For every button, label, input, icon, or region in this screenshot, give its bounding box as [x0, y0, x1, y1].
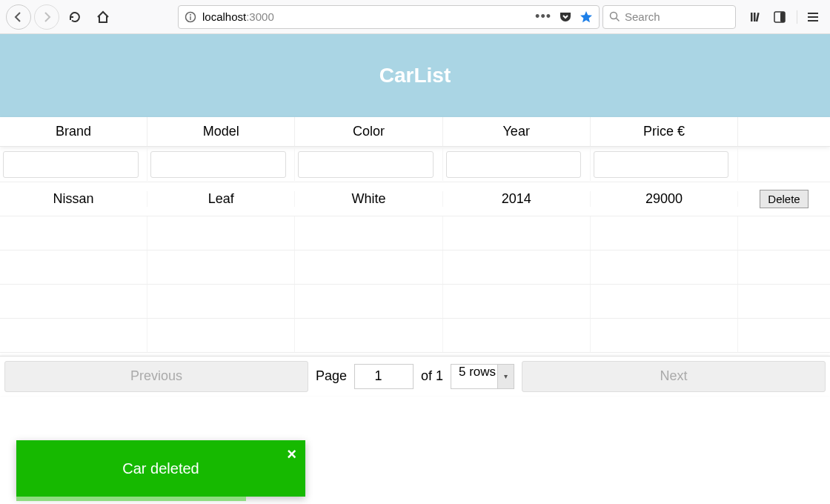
empty-row: [0, 285, 830, 319]
toast-message: Car deleted: [122, 460, 199, 477]
toast-progress: [16, 497, 246, 501]
car-table: Brand Model Color Year Price € Nissan Le…: [0, 117, 830, 353]
col-model[interactable]: Model: [147, 117, 295, 146]
more-icon[interactable]: •••: [535, 9, 551, 24]
app-header: CarList: [0, 34, 830, 117]
home-button[interactable]: [90, 4, 116, 30]
cell-color: White: [295, 191, 442, 207]
svg-rect-2: [190, 16, 190, 20]
page-of-label: of 1: [421, 368, 443, 384]
search-icon: [609, 11, 620, 22]
browser-toolbar: localhost:3000 ••• Search: [0, 0, 830, 34]
info-icon[interactable]: [185, 11, 196, 23]
reload-button[interactable]: [62, 4, 87, 30]
page-input[interactable]: [354, 364, 414, 389]
col-year[interactable]: Year: [443, 117, 591, 146]
close-icon[interactable]: ×: [287, 445, 296, 464]
pocket-icon[interactable]: [559, 10, 572, 24]
url-host: localhost: [202, 10, 246, 23]
chevron-down-icon[interactable]: ▾: [497, 365, 514, 388]
sidebar-icon[interactable]: [773, 10, 786, 24]
filter-model[interactable]: [150, 151, 286, 178]
url-bar[interactable]: localhost:3000 •••: [178, 5, 600, 29]
col-brand[interactable]: Brand: [0, 117, 147, 146]
back-button[interactable]: [6, 4, 31, 30]
delete-button[interactable]: Delete: [760, 190, 808, 208]
filter-price[interactable]: [594, 151, 729, 178]
svg-rect-5: [751, 13, 753, 21]
cell-brand: Nissan: [0, 191, 147, 207]
search-placeholder: Search: [625, 10, 660, 23]
col-actions: [738, 117, 830, 146]
cell-year: 2014: [443, 191, 591, 207]
filter-brand[interactable]: [3, 151, 139, 178]
pagination-bar: Previous Page of 1 5 rows ▾ Next: [0, 356, 830, 396]
library-icon[interactable]: [749, 10, 763, 24]
previous-button[interactable]: Previous: [4, 361, 308, 392]
next-button[interactable]: Next: [522, 361, 826, 392]
app-title: CarList: [379, 64, 451, 87]
svg-point-3: [611, 13, 617, 19]
svg-point-1: [190, 14, 191, 16]
empty-row: [0, 319, 830, 353]
empty-row: [0, 251, 830, 285]
url-text: localhost:3000: [202, 10, 529, 23]
svg-rect-6: [754, 13, 756, 21]
svg-line-4: [617, 19, 620, 21]
forward-button: [34, 4, 59, 30]
svg-rect-7: [756, 12, 760, 21]
table-row: Nissan Leaf White 2014 29000 Delete: [0, 182, 830, 216]
bookmark-star-icon[interactable]: [580, 10, 593, 24]
col-color[interactable]: Color: [295, 117, 442, 146]
filter-row: [0, 147, 830, 182]
cell-model: Leaf: [147, 191, 295, 207]
table-header-row: Brand Model Color Year Price €: [0, 117, 830, 147]
filter-color[interactable]: [298, 151, 434, 178]
col-price[interactable]: Price €: [591, 117, 738, 146]
url-port: :3000: [246, 10, 274, 23]
cell-price: 29000: [591, 191, 738, 207]
filter-year[interactable]: [446, 151, 582, 178]
page-label: Page: [316, 368, 347, 384]
svg-rect-9: [780, 12, 785, 22]
empty-row: [0, 216, 830, 251]
search-bar[interactable]: Search: [602, 5, 736, 29]
toast-notification: Car deleted ×: [16, 440, 305, 497]
menu-icon[interactable]: [797, 10, 820, 24]
